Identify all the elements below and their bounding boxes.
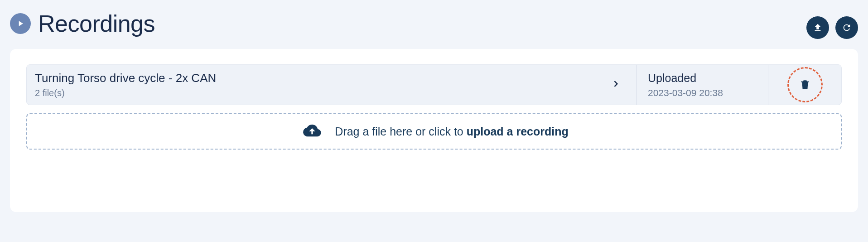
recordings-card: Turning Torso drive cycle - 2x CAN 2 fil… <box>10 49 858 212</box>
recording-row-text: Turning Torso drive cycle - 2x CAN 2 fil… <box>35 71 216 98</box>
recording-file-count: 2 file(s) <box>35 88 216 98</box>
recording-row-expand[interactable]: Turning Torso drive cycle - 2x CAN 2 fil… <box>27 65 637 105</box>
refresh-button[interactable] <box>835 16 858 39</box>
title-wrap: Recordings <box>10 10 155 37</box>
recording-row: Turning Torso drive cycle - 2x CAN 2 fil… <box>26 64 842 105</box>
dropzone-text: Drag a file here or click to upload a re… <box>335 125 568 138</box>
chevron-right-icon <box>605 79 627 90</box>
trash-icon <box>799 78 811 91</box>
dropzone-action: upload a recording <box>467 125 569 138</box>
play-icon <box>10 13 31 34</box>
refresh-icon <box>842 23 852 33</box>
status-label: Uploaded <box>648 72 757 85</box>
upload-button[interactable] <box>806 16 829 39</box>
header-actions <box>806 16 858 39</box>
upload-icon <box>813 23 823 33</box>
cloud-upload-icon <box>299 121 325 141</box>
recording-delete-cell <box>768 65 841 105</box>
recording-title: Turning Torso drive cycle - 2x CAN <box>35 71 216 85</box>
delete-button[interactable] <box>787 67 823 102</box>
page-header: Recordings <box>10 8 858 39</box>
recording-status: Uploaded 2023-03-09 20:38 <box>637 65 768 105</box>
page-title: Recordings <box>38 10 155 37</box>
dropzone-prefix: Drag a file here or click to <box>335 125 466 138</box>
status-time: 2023-03-09 20:38 <box>648 87 757 98</box>
upload-dropzone[interactable]: Drag a file here or click to upload a re… <box>26 113 842 150</box>
